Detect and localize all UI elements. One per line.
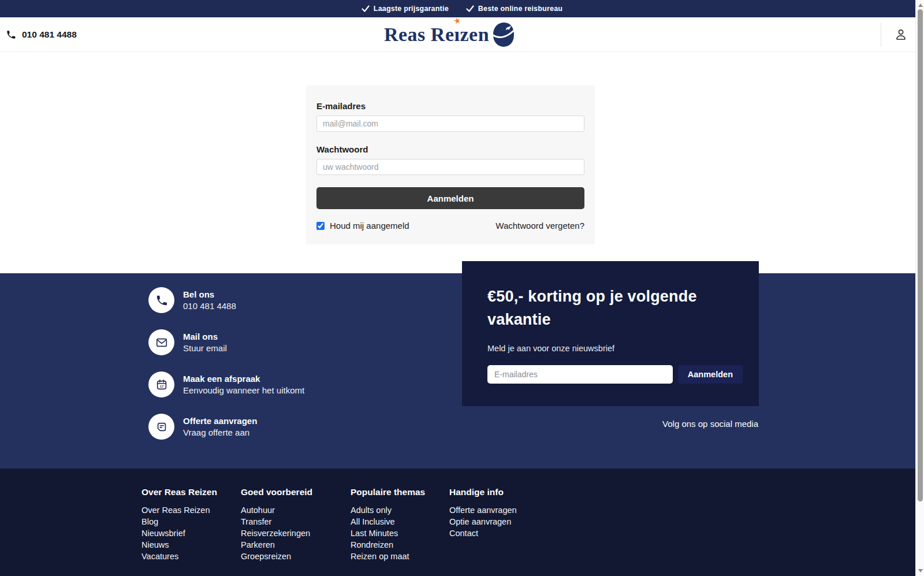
contact-item-appointment[interactable]: 17 Maak een afspraak Eenvoudig wanneer h… bbox=[148, 371, 304, 397]
account-button[interactable] bbox=[894, 28, 908, 42]
star-icon: ★ bbox=[453, 16, 461, 24]
footer-link[interactable]: Nieuws bbox=[141, 539, 241, 551]
footer-link[interactable]: Reisverzekeringen bbox=[241, 527, 351, 539]
newsletter-form: Aanmelden bbox=[487, 365, 743, 384]
contact-title: Maak een afspraak bbox=[183, 373, 304, 385]
contact-subtitle: Eenvoudig wanneer het uitkomt bbox=[183, 385, 304, 396]
footer-link[interactable]: Reizen op maat bbox=[351, 551, 449, 562]
scrollbar-down-arrow-icon[interactable] bbox=[918, 569, 923, 573]
footer-column-populaire-themas: Populaire themas Adults only All Inclusi… bbox=[351, 487, 449, 576]
footer-link[interactable]: Offerte aanvragen bbox=[449, 504, 565, 516]
calendar-icon: 17 bbox=[148, 371, 174, 397]
remember-me: Houd mij aangemeld bbox=[316, 221, 409, 231]
newsletter-submit-button[interactable]: Aanmelden bbox=[678, 365, 743, 384]
contact-subtitle: Vraag offerte aan bbox=[183, 427, 257, 438]
contact-texts: Maak een afspraak Eenvoudig wanneer het … bbox=[183, 373, 304, 396]
contact-title: Bel ons bbox=[183, 289, 236, 300]
header: 010 481 4488 Reas Reı★zen bbox=[0, 17, 924, 52]
contact-texts: Bel ons 010 481 4488 bbox=[183, 289, 236, 312]
header-phone-link[interactable]: 010 481 4488 bbox=[6, 17, 77, 52]
footer-link[interactable]: Adults only bbox=[351, 504, 449, 516]
contact-texts: Offerte aanvragen Vraag offerte aan bbox=[183, 415, 257, 438]
footer: Over Reas Reizen Over Reas Reizen Blog N… bbox=[0, 469, 924, 576]
contact-item-quote[interactable]: Offerte aanvragen Vraag offerte aan bbox=[148, 414, 304, 440]
footer-link[interactable]: Rondreizen bbox=[351, 539, 449, 551]
check-icon bbox=[466, 5, 474, 12]
usp-label: Beste online reisbureau bbox=[478, 5, 562, 13]
footer-link[interactable]: Optie aanvragen bbox=[449, 516, 565, 527]
footer-link[interactable]: Nieuwsbrief bbox=[141, 527, 241, 539]
login-card: E-mailadres Wachtwoord Aanmelden Houd mi… bbox=[306, 86, 595, 244]
footer-column-handige-info: Handige info Offerte aanvragen Optie aan… bbox=[449, 487, 565, 576]
remember-me-label: Houd mij aangemeld bbox=[330, 221, 409, 231]
contact-list: Bel ons 010 481 4488 Mail ons Stuur emai… bbox=[148, 287, 304, 440]
password-field[interactable] bbox=[316, 159, 584, 175]
footer-link[interactable]: Last Minutes bbox=[351, 527, 449, 539]
logo-plane-emblem-icon bbox=[493, 22, 515, 47]
contact-title: Offerte aanvragen bbox=[183, 415, 257, 427]
mail-icon bbox=[148, 329, 174, 355]
scrollbar[interactable] bbox=[915, 0, 924, 576]
scrollbar-thumb[interactable] bbox=[918, 9, 923, 501]
main-content: E-mailadres Wachtwoord Aanmelden Houd mi… bbox=[0, 52, 924, 273]
contact-item-mail[interactable]: Mail ons Stuur email bbox=[148, 329, 304, 355]
contact-subtitle: 010 481 4488 bbox=[183, 300, 236, 312]
footer-link[interactable]: Blog bbox=[141, 516, 241, 527]
newsletter-subtitle: Meld je aan voor onze nieuwsbrief bbox=[487, 344, 743, 353]
email-field-group: E-mailadres bbox=[316, 101, 584, 132]
phone-icon bbox=[6, 29, 16, 40]
footer-link[interactable]: Vacatures bbox=[141, 551, 241, 562]
footer-link[interactable]: Parkeren bbox=[241, 539, 351, 551]
password-field-group: Wachtwoord bbox=[316, 144, 584, 175]
usp-lowest-price: Laagste prijsgarantie bbox=[362, 5, 449, 13]
footer-link[interactable]: Over Reas Reizen bbox=[141, 504, 241, 516]
login-footer-row: Houd mij aangemeld Wachtwoord vergeten? bbox=[316, 221, 584, 231]
footer-link[interactable]: All Inclusive bbox=[351, 516, 449, 527]
check-icon bbox=[362, 5, 370, 12]
newsletter-title: €50,- korting op je volgende vakantie bbox=[487, 285, 724, 331]
footer-column-heading: Goed voorbereid bbox=[241, 487, 351, 497]
user-icon bbox=[894, 28, 908, 42]
svg-text:17: 17 bbox=[159, 384, 163, 388]
contact-section: Bel ons 010 481 4488 Mail ons Stuur emai… bbox=[0, 273, 924, 469]
header-divider bbox=[881, 23, 881, 47]
usp-best-agency: Beste online reisbureau bbox=[466, 5, 562, 13]
email-field[interactable] bbox=[316, 116, 584, 132]
topbar: Laagste prijsgarantie Beste online reisb… bbox=[0, 0, 924, 17]
header-phone-number: 010 481 4488 bbox=[22, 29, 77, 40]
contact-item-call[interactable]: Bel ons 010 481 4488 bbox=[148, 287, 304, 313]
social-media-label: Volg ons op social media bbox=[662, 419, 758, 429]
header-right bbox=[881, 17, 908, 52]
password-label: Wachtwoord bbox=[316, 144, 584, 154]
footer-link[interactable]: Transfer bbox=[241, 516, 351, 527]
footer-column-goed-voorbereid: Goed voorbereid Autohuur Transfer Reisve… bbox=[241, 487, 351, 576]
logo-text: Reas Reı★zen bbox=[384, 25, 489, 44]
newsletter-card: €50,- korting op je volgende vakantie Me… bbox=[462, 261, 759, 406]
login-submit-button[interactable]: Aanmelden bbox=[316, 187, 584, 209]
contact-subtitle: Stuur email bbox=[183, 343, 227, 354]
scrollbar-up-arrow-icon[interactable] bbox=[918, 3, 923, 7]
footer-link[interactable]: Autohuur bbox=[241, 504, 351, 516]
phone-icon bbox=[148, 287, 174, 313]
newsletter-email-field[interactable] bbox=[487, 365, 673, 384]
forgot-password-link[interactable]: Wachtwoord vergeten? bbox=[495, 221, 584, 231]
footer-link[interactable]: Contact bbox=[449, 527, 565, 539]
remember-me-checkbox[interactable] bbox=[316, 222, 325, 230]
email-label: E-mailadres bbox=[316, 101, 584, 111]
footer-column-over-reas-reizen: Over Reas Reizen Over Reas Reizen Blog N… bbox=[141, 487, 241, 576]
footer-link[interactable]: Groepsreizen bbox=[241, 551, 351, 562]
footer-column-heading: Populaire themas bbox=[351, 487, 449, 497]
footer-column-heading: Over Reas Reizen bbox=[141, 487, 241, 497]
contact-title: Mail ons bbox=[183, 331, 227, 343]
footer-column-heading: Handige info bbox=[449, 487, 565, 497]
logo[interactable]: Reas Reı★zen bbox=[384, 22, 515, 47]
contact-texts: Mail ons Stuur email bbox=[183, 331, 227, 354]
quote-document-icon bbox=[148, 414, 174, 440]
usp-label: Laagste prijsgarantie bbox=[374, 5, 449, 13]
